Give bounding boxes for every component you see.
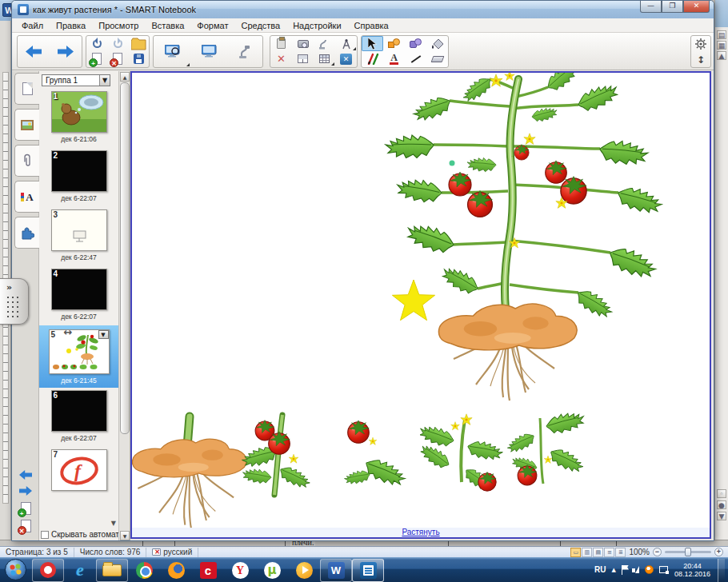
new-page-button[interactable]: + (86, 51, 107, 66)
text-tool-button[interactable]: A (383, 51, 405, 66)
taskbar-word[interactable]: W (320, 559, 352, 582)
taskbar-firefox[interactable] (160, 559, 192, 582)
group-selector[interactable]: Группа 1 ▼ (42, 74, 110, 86)
close-button[interactable]: ✕ (683, 1, 710, 13)
tab-properties[interactable]: A (14, 181, 39, 213)
tab-page-sorter[interactable] (14, 73, 39, 105)
maximize-button[interactable]: ❐ (662, 1, 683, 13)
document-camera-button[interactable] (227, 36, 262, 67)
piece-roots[interactable] (132, 417, 246, 528)
pens-tool-button[interactable] (362, 51, 383, 66)
sorter-back-button[interactable] (16, 468, 35, 482)
taskbar-potplayer[interactable] (288, 559, 320, 582)
extend-page-link[interactable]: Растянуть (132, 528, 710, 537)
browse-prev-icon[interactable]: ◦ (717, 489, 726, 498)
clock[interactable]: 20:44 08.12.2016 (674, 562, 712, 578)
title-bar[interactable]: как живут растения * - SMART Notebook — … (12, 1, 714, 18)
sorter-forward-button[interactable] (16, 484, 35, 498)
volume-icon[interactable] (635, 566, 639, 573)
undo-icon[interactable] (86, 36, 107, 51)
piece-tomato-leaf[interactable] (343, 421, 408, 489)
action-center-flag-icon[interactable] (622, 565, 630, 575)
taskbar-utorrent[interactable]: µ (256, 559, 288, 582)
zoom-out-icon[interactable]: − (653, 548, 662, 556)
tab-gallery[interactable] (14, 109, 39, 141)
zoom-slider-thumb[interactable] (685, 548, 691, 556)
scroll-up-icon[interactable]: ▲ (717, 51, 726, 60)
tray-app-icon[interactable] (645, 565, 654, 574)
screen-capture-button[interactable] (154, 36, 190, 67)
print-layout-icon[interactable]: ▭ (570, 548, 581, 557)
move-sidebar-button[interactable]: ↔ (59, 326, 77, 339)
table-button[interactable] (314, 51, 335, 66)
tab-addons[interactable] (14, 217, 39, 249)
fullscreen-reading-icon[interactable]: ▥ (582, 548, 592, 557)
taskbar-explorer[interactable] (96, 559, 128, 582)
menu-view[interactable]: Просмотр (92, 20, 145, 31)
slide-thumbnail-6[interactable]: 6 дек 6-22:07 (39, 388, 118, 447)
capture-camera-icon[interactable] (292, 36, 314, 51)
menu-file[interactable]: Файл (15, 20, 50, 31)
fill-tool-button[interactable] (426, 36, 448, 51)
menu-tools[interactable]: Средства (234, 20, 286, 31)
back-button[interactable] (18, 36, 50, 67)
minimize-button[interactable]: — (640, 1, 662, 13)
slide-thumbnail-5-selected[interactable]: 5 ▼ (39, 325, 118, 388)
menu-format[interactable]: Формат (190, 20, 234, 31)
taskbar-chrome[interactable] (128, 559, 160, 582)
page-canvas[interactable]: Растянуть (130, 71, 711, 539)
word-split-handle[interactable]: ▤ (717, 30, 726, 39)
slide-thumbnail-2[interactable]: 2 дек 6-22:07 (39, 148, 118, 207)
slide-thumbnail-3[interactable]: 3 дек 6-22:47 (39, 207, 118, 266)
taskbar-red-media-app[interactable]: c (192, 559, 224, 582)
scrollbar-up-icon[interactable]: ▲ (120, 72, 130, 82)
word-zoom-level[interactable]: 100% (629, 548, 650, 556)
taskbar-smart-notebook[interactable] (352, 559, 384, 582)
add-page-button[interactable]: + (16, 501, 35, 516)
piece-stem-tomatoes[interactable] (240, 415, 312, 495)
menu-insert[interactable]: Вставка (145, 20, 190, 31)
forward-button[interactable] (50, 36, 82, 67)
word-wordcount[interactable]: Число слов: 976 (74, 548, 147, 557)
chevron-down-icon[interactable]: ▼ (99, 75, 110, 86)
line-tool-button[interactable] (405, 51, 426, 66)
piece-leaves[interactable] (505, 409, 586, 485)
tab-attachments[interactable] (14, 145, 39, 177)
autohide-checkbox[interactable] (41, 531, 49, 539)
scrollbar-thumb[interactable] (120, 82, 130, 434)
tray-expand-icon[interactable]: ▲ (612, 567, 616, 573)
word-ruler-toggle[interactable]: ▦ (717, 41, 726, 50)
scrollbar-down-icon[interactable]: ▼ (120, 531, 130, 540)
move-toolbar-icon[interactable]: ↕ (691, 52, 710, 67)
sorter-scroll-down-icon[interactable]: ▼ (111, 520, 116, 527)
star-marker[interactable] (392, 280, 434, 321)
outline-icon[interactable]: ≡ (604, 548, 614, 557)
hide-objects-button[interactable]: ✕ (335, 51, 357, 66)
menu-help[interactable]: Справка (348, 20, 395, 31)
show-desktop-button[interactable] (718, 559, 725, 582)
paste-button[interactable] (270, 36, 292, 51)
settings-gear-icon[interactable] (691, 36, 710, 52)
open-file-button[interactable] (128, 36, 149, 51)
browse-next-icon[interactable]: ▼ (717, 512, 726, 520)
start-button[interactable] (0, 557, 32, 582)
menu-edit[interactable]: Правка (50, 20, 92, 31)
delete-button[interactable]: ✕ (270, 51, 292, 66)
shapes-tool-button[interactable] (383, 36, 405, 51)
save-button[interactable] (128, 51, 149, 66)
full-screen-button[interactable] (190, 36, 227, 67)
floating-tools-handle[interactable]: » (0, 278, 29, 325)
taskbar-yandex[interactable]: Y (224, 559, 256, 582)
redo-icon[interactable] (107, 36, 128, 51)
sorter-scrollbar[interactable]: ▲ ▼ (119, 71, 130, 541)
delete-page-button-strip[interactable]: ✕ (16, 519, 35, 533)
taskbar-opera[interactable] (32, 559, 64, 582)
word-page-indicator[interactable]: Страница: 3 из 5 (0, 548, 74, 557)
zoom-in-icon[interactable]: + (714, 548, 723, 556)
word-proofing[interactable]: русский (146, 548, 198, 557)
slide-menu-chevron-icon[interactable]: ▼ (98, 330, 109, 339)
polygon-tool-button[interactable] (405, 36, 426, 51)
delete-page-button[interactable]: ✕ (107, 51, 128, 66)
slide-thumbnail-4[interactable]: 4 дек 6-22:07 (39, 266, 118, 325)
piece-leaves-flowers[interactable] (418, 414, 504, 493)
